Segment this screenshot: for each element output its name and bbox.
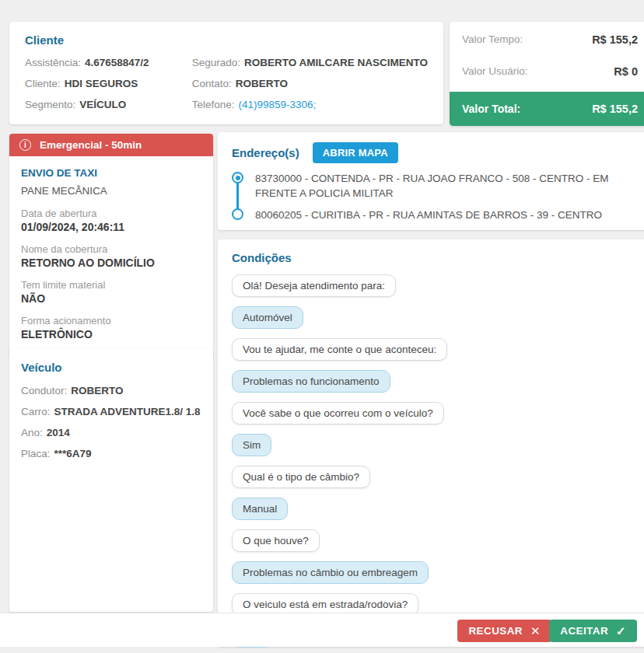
client-field-row: Telefone:(41)99859-3306; xyxy=(192,99,428,110)
decline-button[interactable]: RECUSAR ✕ xyxy=(457,620,551,642)
total-price-value: R$ 155,2 xyxy=(592,103,638,115)
total-price-label: Valor Total: xyxy=(462,103,520,115)
vehicle-fields: Condutor:ROBERTOCarro:STRADA ADVENTURE1.… xyxy=(21,385,201,459)
address-text: 80060205 - CURITIBA - PR - RUA AMINTAS D… xyxy=(255,208,602,222)
chat-bubble-answer: Problemas no câmbio ou embreagem xyxy=(232,561,429,584)
client-field-label: Contato: xyxy=(192,78,232,89)
price-row-label: Valor Tempo: xyxy=(462,33,523,45)
emergency-banner: i Emergencial - 50min xyxy=(9,134,213,156)
price-row-label: Valor Usuário: xyxy=(462,65,528,77)
service-details: Data de abertura01/09/2024, 20:46:11Nome… xyxy=(21,207,201,342)
close-icon: ✕ xyxy=(530,624,541,638)
addresses-card-title: Endereço(s) xyxy=(232,146,299,159)
accept-button[interactable]: ACEITAR ✓ xyxy=(549,620,637,642)
vehicle-field-row: Condutor:ROBERTO xyxy=(21,385,201,396)
client-card-title: Cliente xyxy=(25,33,428,47)
info-icon: i xyxy=(19,139,31,151)
service-detail: Nome da coberturaRETORNO AO DOMICÍLIO xyxy=(21,243,201,271)
price-row-value: R$ 155,2 xyxy=(592,33,638,46)
emergency-banner-label: Emergencial - 50min xyxy=(40,139,142,151)
service-type: ENVIO DE TAXI xyxy=(21,167,201,179)
client-field-row: Assistência:4.67658847/2 xyxy=(25,57,192,68)
price-row-value: R$ 0 xyxy=(614,65,638,78)
client-field-value: 4.67658847/2 xyxy=(85,57,149,68)
vehicle-card-title: Veículo xyxy=(21,361,201,374)
conditions-card: Condições Olá! Deseja atendimento para:A… xyxy=(218,239,644,647)
service-detail-value: RETORNO AO DOMICÍLIO xyxy=(21,256,201,271)
client-field-value: ROBERTO AMILCARE NASCIMENTO xyxy=(244,57,428,68)
chat-bubble-answer: Sim xyxy=(232,434,271,456)
client-field-label: Segurado: xyxy=(192,57,240,68)
vehicle-field-value: 2014 xyxy=(47,427,70,438)
vehicle-field-row: Ano:2014 xyxy=(21,427,201,438)
service-detail: Data de abertura01/09/2024, 20:46:11 xyxy=(21,207,201,235)
service-detail-value: NÃO xyxy=(21,292,201,306)
address-row[interactable]: 80060205 - CURITIBA - PR - RUA AMINTAS D… xyxy=(232,208,636,222)
client-field-row: Contato:ROBERTO xyxy=(192,78,428,89)
vehicle-field-row: Placa:***6A79 xyxy=(21,448,201,459)
address-row[interactable]: 83730000 - CONTENDA - PR - RUA JOAO FRAN… xyxy=(232,171,636,201)
service-detail: Forma acionamentoELETRÔNICO xyxy=(21,314,201,342)
vehicle-field-value: ROBERTO xyxy=(71,385,123,396)
service-detail-value: 01/09/2024, 20:46:11 xyxy=(21,220,201,235)
service-detail-label: Data de abertura xyxy=(21,207,201,220)
chat-bubble-question: O que houve? xyxy=(232,529,320,552)
client-field-value: VEÍCULO xyxy=(79,99,126,110)
client-field-label: Cliente: xyxy=(25,78,61,89)
client-field-label: Segmento: xyxy=(25,99,75,110)
service-detail-label: Tem limite material xyxy=(21,278,201,292)
chat-bubble-answer: Automóvel xyxy=(232,306,303,329)
vehicle-field-row: Carro:STRADA ADVENTURE1.8/ 1.8 xyxy=(21,406,201,417)
chat-bubble-question: Vou te ajudar, me conte o que aconteceu: xyxy=(232,338,447,361)
price-row: Valor Tempo:R$ 155,2 xyxy=(450,25,644,54)
open-map-button[interactable]: ABRIR MAPA xyxy=(313,142,398,163)
client-fields-right: Segurado:ROBERTO AMILCARE NASCIMENTOCont… xyxy=(192,57,428,120)
address-text: 83730000 - CONTENDA - PR - RUA JOAO FRAN… xyxy=(255,171,627,201)
client-field-value: HDI SEGUROS xyxy=(65,78,138,89)
chat-bubble-question: Olá! Deseja atendimento para: xyxy=(232,274,396,297)
client-field-label: Assistência: xyxy=(25,57,81,68)
origin-radio-icon[interactable] xyxy=(232,172,243,183)
vehicle-field-label: Carro: xyxy=(21,406,51,417)
phone-link[interactable]: (41)99859-3306; xyxy=(238,99,316,110)
client-field-row: Cliente:HDI SEGUROS xyxy=(25,78,192,89)
service-detail-label: Forma acionamento xyxy=(21,314,201,327)
vehicle-card: Veículo Condutor:ROBERTOCarro:STRADA ADV… xyxy=(9,348,213,612)
action-bar: RECUSAR ✕ ACEITAR ✓ xyxy=(0,613,644,647)
decline-button-label: RECUSAR xyxy=(468,625,523,637)
vehicle-field-label: Condutor: xyxy=(21,385,67,396)
destination-radio-icon[interactable] xyxy=(232,208,243,220)
address-list: 83730000 - CONTENDA - PR - RUA JOAO FRAN… xyxy=(232,171,636,222)
service-detail: Tem limite materialNÃO xyxy=(21,278,201,306)
vehicle-field-label: Ano: xyxy=(21,427,43,438)
addresses-card: Endereço(s) ABRIR MAPA 83730000 - CONTEN… xyxy=(218,132,644,230)
price-summary-card: Valor Tempo:R$ 155,2Valor Usuário:R$ 0 V… xyxy=(450,22,644,126)
vehicle-field-value: ***6A79 xyxy=(54,448,92,459)
chat-bubble-question: Você sabe o que ocorreu com o veículo? xyxy=(232,402,444,424)
chat-bubble-question: Qual é o tipo de câmbio? xyxy=(232,466,370,488)
price-rows: Valor Tempo:R$ 155,2Valor Usuário:R$ 0 xyxy=(450,25,644,86)
client-field-row: Segmento:VEÍCULO xyxy=(25,99,192,110)
service-card: i Emergencial - 50min ENVIO DE TAXI PANE… xyxy=(9,134,213,358)
client-card: Cliente Assistência:4.67658847/2Cliente:… xyxy=(9,22,443,124)
service-problem: PANE MECÂNICA xyxy=(21,185,201,197)
client-fields-left: Assistência:4.67658847/2Cliente:HDI SEGU… xyxy=(25,57,192,120)
vehicle-field-label: Placa: xyxy=(21,448,51,459)
chat-bubble-answer: Problemas no funcionamento xyxy=(232,370,390,393)
client-field-value: ROBERTO xyxy=(236,78,288,89)
price-row: Valor Usuário:R$ 0 xyxy=(450,57,644,86)
service-detail-value: ELETRÔNICO xyxy=(21,327,201,342)
client-field-label: Telefone: xyxy=(192,99,235,110)
service-detail-label: Nome da cobertura xyxy=(21,243,201,256)
vehicle-field-value: STRADA ADVENTURE1.8/ 1.8 xyxy=(54,406,201,417)
accept-button-label: ACEITAR xyxy=(560,625,608,637)
chat-transcript: Olá! Deseja atendimento para:AutomóvelVo… xyxy=(232,274,636,648)
chat-bubble-answer: Manual xyxy=(232,498,288,520)
conditions-card-title: Condições xyxy=(232,251,636,264)
total-price-row: Valor Total: R$ 155,2 xyxy=(450,92,644,126)
check-icon: ✓ xyxy=(616,624,626,638)
client-field-row: Segurado:ROBERTO AMILCARE NASCIMENTO xyxy=(192,57,428,68)
